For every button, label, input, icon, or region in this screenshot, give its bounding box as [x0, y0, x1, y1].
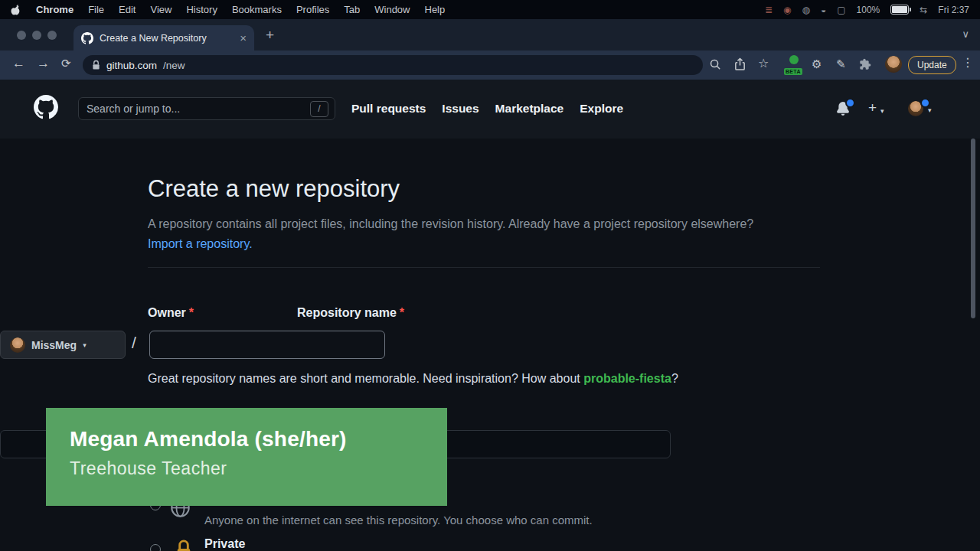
menubar-status-cluster: ≣ ◉ ◍ ◒ ▢ 100% ⇆ Fri 2:37 — [765, 5, 969, 15]
browser-toolbar: ← → ⟳ github.com/new ☆ BETA ⚙ ✎ Update ⋮ — [0, 51, 980, 80]
chrome-menu-kebab-icon[interactable]: ⋮ — [962, 57, 974, 69]
reload-button[interactable]: ⟳ — [61, 57, 71, 69]
hint-text-after: ? — [671, 372, 678, 385]
beta-extension-dot — [789, 55, 799, 64]
battery-percent: 100% — [857, 5, 880, 15]
menubar-item-chrome[interactable]: Chrome — [36, 4, 74, 15]
page-scrollbar-thumb[interactable] — [971, 139, 975, 318]
screen: Chrome File Edit View History Bookmarks … — [0, 0, 980, 551]
menubar-item-help[interactable]: Help — [425, 4, 446, 15]
name-suggestion-hint: Great repository names are short and mem… — [148, 372, 820, 386]
intro-text: A repository contains all project files,… — [148, 217, 753, 230]
chrome-profile-avatar[interactable] — [885, 56, 902, 73]
presenter-name-card: Megan Amendola (she/her) Treehouse Teach… — [46, 408, 447, 506]
intro-paragraph: A repository contains all project files,… — [148, 214, 774, 254]
menubar-clock[interactable]: Fri 2:37 — [938, 5, 969, 15]
public-description: Anyone on the internet can see this repo… — [204, 514, 593, 527]
suggested-name-link[interactable]: probable-fiesta — [583, 372, 671, 385]
nav-issues[interactable]: Issues — [442, 102, 479, 116]
window-close-button[interactable] — [17, 31, 26, 40]
section-divider — [148, 267, 820, 268]
private-radio[interactable] — [150, 544, 161, 551]
tab-close-icon[interactable]: × — [240, 32, 247, 44]
nav-marketplace[interactable]: Marketplace — [495, 102, 564, 116]
github-nav: Pull requests Issues Marketplace Explore — [351, 102, 623, 116]
status-shade-icon[interactable]: ◒ — [821, 5, 826, 15]
owner-required-asterisk: * — [189, 306, 194, 319]
menubar-item-window[interactable]: Window — [374, 4, 410, 15]
battery-icon[interactable] — [890, 5, 909, 15]
github-logo[interactable] — [34, 95, 58, 119]
new-tab-button[interactable]: + — [266, 28, 274, 42]
gear-extension-icon[interactable]: ⚙ — [812, 58, 822, 70]
repo-name-label: Repository name* — [297, 306, 969, 320]
window-zoom-button[interactable] — [47, 31, 57, 40]
menubar-item-edit[interactable]: Edit — [119, 4, 136, 15]
user-menu-caret-icon: ▾ — [928, 106, 932, 114]
page-title: Create a new repository — [148, 175, 820, 203]
repo-name-label-text: Repository name — [297, 306, 397, 319]
chrome-update-button[interactable]: Update — [908, 56, 956, 74]
window-minimize-button[interactable] — [32, 31, 41, 40]
menubar-item-file[interactable]: File — [88, 4, 104, 15]
tab-search-chevron-icon[interactable]: ∨ — [962, 29, 969, 39]
github-favicon — [81, 32, 93, 44]
nav-explore[interactable]: Explore — [580, 102, 623, 116]
hint-text-before: Great repository names are short and mem… — [148, 372, 583, 385]
github-search-box[interactable]: / — [78, 97, 335, 120]
presenter-name: Megan Amendola (she/her) — [70, 427, 447, 452]
status-record-icon[interactable]: ◉ — [783, 5, 791, 15]
repository-name-input[interactable] — [149, 331, 385, 359]
beta-badge: BETA — [784, 68, 802, 75]
slash-key-hint: / — [310, 101, 328, 117]
lock-icon[interactable] — [92, 60, 100, 70]
forward-button[interactable]: → — [37, 57, 50, 70]
create-new-caret-icon: ▾ — [880, 107, 884, 115]
apple-menu-icon[interactable] — [11, 4, 21, 16]
browser-tab-strip: Create a New Repository × + ∨ — [0, 19, 980, 51]
update-label: Update — [917, 60, 947, 70]
owner-label-text: Owner — [148, 306, 186, 319]
url-path: /new — [163, 60, 185, 71]
github-search-input[interactable] — [85, 102, 310, 116]
address-bar[interactable]: github.com/new — [83, 55, 703, 75]
browser-tab[interactable]: Create a New Repository × — [74, 25, 254, 51]
tab-title: Create a New Repository — [100, 33, 234, 44]
status-mode-icon[interactable]: ◍ — [802, 5, 809, 15]
owner-caret-icon: ▾ — [83, 341, 87, 349]
menubar-item-tab[interactable]: Tab — [344, 4, 360, 15]
back-button[interactable]: ← — [12, 57, 25, 70]
owner-name: MissMeg — [31, 339, 77, 351]
nav-pull-requests[interactable]: Pull requests — [351, 102, 426, 116]
menubar-item-profiles[interactable]: Profiles — [296, 4, 329, 15]
url-domain: github.com — [106, 60, 157, 71]
pen-extension-icon[interactable]: ✎ — [836, 58, 846, 70]
menubar-left: Chrome File Edit View History Bookmarks … — [11, 4, 445, 16]
private-label[interactable]: Private — [204, 537, 245, 551]
menubar-item-bookmarks[interactable]: Bookmarks — [232, 4, 282, 15]
menubar-item-history[interactable]: History — [186, 4, 217, 15]
repo-required-asterisk: * — [400, 306, 404, 319]
import-repository-link[interactable]: Import a repository. — [148, 237, 253, 250]
beta-extension-icon[interactable]: BETA — [784, 54, 804, 75]
share-icon[interactable] — [733, 57, 746, 71]
status-switch-icon[interactable]: ⇆ — [920, 5, 927, 15]
menubar-item-view[interactable]: View — [150, 4, 172, 15]
status-display-icon[interactable]: ▢ — [837, 5, 845, 15]
extensions-puzzle-icon[interactable] — [859, 58, 871, 70]
create-new-plus-icon[interactable]: + — [868, 99, 877, 116]
owner-avatar — [10, 337, 25, 353]
lock-private-icon — [175, 539, 193, 551]
owner-select-button[interactable]: MissMeg ▾ — [0, 331, 126, 359]
zoom-icon[interactable] — [709, 58, 722, 71]
presenter-role: Treehouse Teacher — [70, 458, 447, 479]
bookmark-star-icon[interactable]: ☆ — [758, 57, 769, 70]
status-rows-icon[interactable]: ≣ — [765, 5, 773, 15]
macos-menubar: Chrome File Edit View History Bookmarks … — [0, 0, 980, 19]
notification-dot — [845, 98, 855, 108]
